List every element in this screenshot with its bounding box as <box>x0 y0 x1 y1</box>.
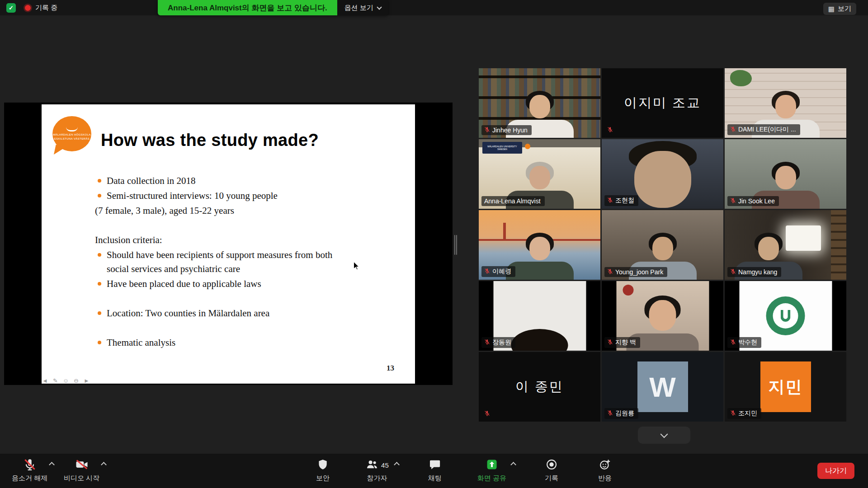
participant-name: 이지미 조교 <box>602 68 723 138</box>
chat-button[interactable]: 채팅 <box>420 458 449 483</box>
annotation-pen-icon[interactable]: ✎ <box>53 377 58 384</box>
slide-bullet: Location: Two counties in Mälardalen are… <box>95 306 339 320</box>
association-logo <box>766 296 805 335</box>
muted-mic-icon <box>607 268 613 276</box>
bullet-icon <box>98 253 101 257</box>
participants-button[interactable]: 45 참가자 <box>362 458 396 483</box>
screen-share-banner-text: Anna-Lena Almqvist의 화면을 보고 있습니다. <box>158 0 337 15</box>
unmute-button[interactable]: 음소거 해제 <box>8 458 51 483</box>
participant-nametag: 지향 백 <box>604 337 640 348</box>
share-screen-button[interactable]: 화면 공유 <box>474 458 513 483</box>
muted-mic-icon <box>730 268 736 276</box>
participant-tile[interactable]: 이 종민 <box>479 352 600 422</box>
participants-icon <box>365 458 379 473</box>
annotation-toolbar: ◄ ✎ ☺ ⊖ ► <box>42 377 90 384</box>
encryption-shield-icon[interactable]: ✓ <box>6 3 16 13</box>
participants-label: 참가자 <box>367 474 387 483</box>
wall-decoration <box>623 285 633 296</box>
zoom-meeting-window: ✓ 기록 중 Anna-Lena Almqvist의 화면을 보고 있습니다. … <box>0 0 868 488</box>
unmute-label: 음소거 해제 <box>12 474 47 483</box>
avatar: W <box>637 361 688 412</box>
muted-mic-icon <box>607 410 613 417</box>
logo-crown-icon <box>66 127 78 131</box>
record-button[interactable]: 기록 <box>537 458 566 483</box>
slide-body: Data collection in 2018 Semi-structured … <box>95 173 339 350</box>
toolbar-center-group: 보안 45 참가자 채팅 화면 공유 <box>308 458 619 483</box>
slide-bullet: Should have been recipients of support m… <box>95 248 339 276</box>
participant-name: Anna-Lena Almqvist <box>484 197 541 205</box>
reactions-smiley-icon <box>599 458 611 473</box>
top-bar: ✓ 기록 중 Anna-Lena Almqvist의 화면을 보고 있습니다. … <box>0 0 868 15</box>
annotation-arrow-left-icon[interactable]: ◄ <box>42 377 48 384</box>
caret-up-icon[interactable] <box>101 462 107 468</box>
muted-mic-icon <box>484 127 490 134</box>
avatar-letter: 지민 <box>769 376 803 398</box>
participant-video-grid: Jinhee Hyun 이지미 조교 DAMI LEE(이다미 ... <box>479 68 846 422</box>
caret-up-icon[interactable] <box>394 462 400 468</box>
participant-tile[interactable]: 이혜령 <box>479 210 600 280</box>
leave-meeting-button[interactable]: 나가기 <box>817 463 854 479</box>
chevron-down-icon <box>377 5 382 9</box>
muted-mic-icon <box>607 127 613 134</box>
annotation-arrow-right-icon[interactable]: ► <box>84 377 90 384</box>
screen-share-banner: Anna-Lena Almqvist의 화면을 보고 있습니다. 옵션 보기 <box>158 0 388 15</box>
muted-mic-icon <box>607 197 613 204</box>
participant-tile[interactable]: 지향 백 <box>602 281 723 351</box>
head-top <box>511 329 568 351</box>
caret-up-icon[interactable] <box>49 462 55 468</box>
logo-dot <box>525 144 530 149</box>
security-button[interactable]: 보안 <box>308 458 337 483</box>
start-video-button[interactable]: 비디오 시작 <box>60 458 103 483</box>
mic-muted-icon <box>23 458 37 473</box>
participant-name: 이혜령 <box>492 267 511 276</box>
participant-tile[interactable]: 박수현 <box>725 281 846 351</box>
participant-tile[interactable]: Jinhee Hyun <box>479 68 600 138</box>
participant-tile[interactable]: W 김원룡 <box>602 352 723 422</box>
participant-tile-active-speaker[interactable]: MÄLARDALEN UNIVERSITY SWEDEN Anna-Lena A… <box>479 139 600 209</box>
shared-screen-area: MÄLARDALEN HÖGSKOLA ESKILSTUNA VÄSTERÅS … <box>4 103 453 385</box>
participant-tile[interactable]: 조현철 <box>602 139 723 209</box>
view-button[interactable]: ▦ 보기 <box>823 3 856 15</box>
participant-tile[interactable]: DAMI LEE(이다미 ... <box>725 68 846 138</box>
reactions-button[interactable]: 반응 <box>590 458 619 483</box>
muted-mic-icon <box>484 268 490 275</box>
muted-mic-icon <box>730 197 736 205</box>
participant-name: DAMI LEE(이다미 ... <box>738 126 796 134</box>
muted-mic-icon <box>730 339 736 346</box>
participant-nametag: 김원룡 <box>604 408 638 419</box>
participant-tile[interactable]: 이지미 조교 <box>602 68 723 138</box>
participant-tile[interactable]: 지민 조지민 <box>725 352 846 422</box>
recording-dot-icon <box>25 5 31 11</box>
university-logo: MÄLARDALEN HÖGSKOLA ESKILSTUNA VÄSTERÅS <box>52 116 93 155</box>
reactions-label: 반응 <box>598 474 612 483</box>
participant-name: 박수현 <box>738 338 757 347</box>
annotation-minus-icon[interactable]: ⊖ <box>74 377 79 384</box>
participants-count: 45 <box>381 461 389 469</box>
participant-name: 이 종민 <box>479 352 600 422</box>
collapse-grid-button[interactable] <box>638 427 690 444</box>
participant-name: 조현철 <box>615 197 634 205</box>
participant-name: 지향 백 <box>615 338 636 347</box>
chevron-down-icon <box>660 430 668 438</box>
participant-tile[interactable]: Namgyu kang <box>725 210 846 280</box>
participant-nametag: 조현철 <box>604 195 638 206</box>
participant-name: 조지민 <box>738 409 757 418</box>
slide-bullet: Thematic analysis <box>95 336 339 350</box>
view-options-button[interactable]: 옵션 보기 <box>337 0 388 15</box>
caret-up-icon[interactable] <box>510 462 516 468</box>
participant-tile[interactable]: Jin Sook Lee <box>725 139 846 209</box>
mouse-cursor-icon <box>353 261 360 272</box>
slide-title: How was the study made? <box>101 131 319 150</box>
participant-nametag: 조지민 <box>727 408 761 419</box>
participant-tile[interactable]: 장동원 <box>479 281 600 351</box>
slide-bullet: Data collection in 2018 <box>95 174 339 188</box>
participant-nametag: 이혜령 <box>481 266 515 277</box>
muted-mic-icon <box>607 339 613 346</box>
annotation-smiley-icon[interactable]: ☺ <box>63 377 69 384</box>
participant-tile[interactable]: Young_joon Park <box>602 210 723 280</box>
muted-mic-icon <box>484 410 490 418</box>
panel-resize-handle[interactable] <box>454 235 458 255</box>
meeting-toolbar: 음소거 해제 비디오 시작 보안 45 <box>0 454 868 488</box>
bullet-icon <box>98 282 101 286</box>
record-icon <box>545 458 558 473</box>
